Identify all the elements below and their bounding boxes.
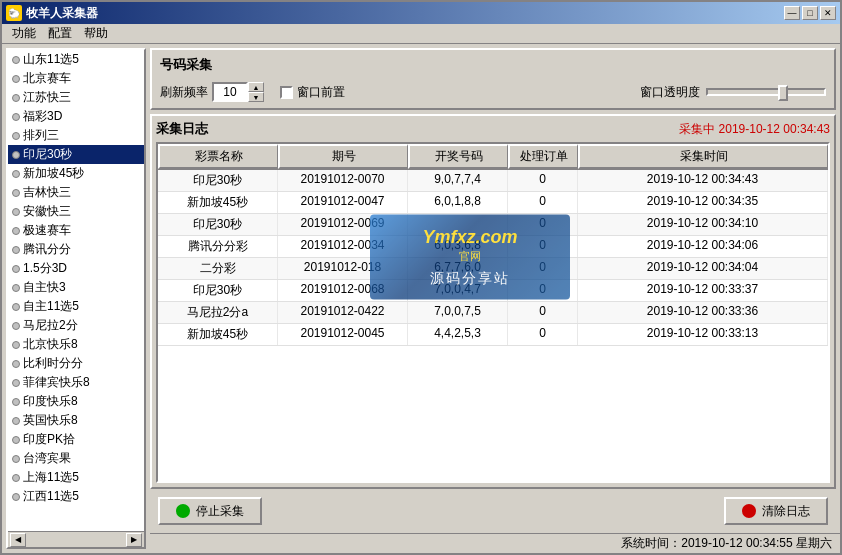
menu-item-functions[interactable]: 功能 (6, 23, 42, 44)
sidebar-item[interactable]: 自主11选5 (8, 297, 144, 316)
sidebar-dot (12, 246, 20, 254)
transparency-group: 窗口透明度 (640, 84, 826, 101)
refresh-rate-input[interactable] (212, 82, 248, 102)
menu-item-config[interactable]: 配置 (42, 23, 78, 44)
sidebar-item-label: 印尼30秒 (23, 146, 72, 163)
collection-header: 号码采集 刷新频率 ▲ ▼ (150, 48, 836, 110)
sidebar-dot (12, 75, 20, 83)
sidebar-item-label: 排列三 (23, 127, 59, 144)
window-front-checkbox[interactable] (280, 86, 293, 99)
table-cell: 腾讯分分彩 (158, 236, 278, 257)
close-button[interactable]: ✕ (820, 6, 836, 20)
col-header-numbers: 开奖号码 (408, 144, 508, 169)
main-content: 山东11选5北京赛车江苏快三福彩3D排列三印尼30秒新加坡45秒吉林快三安徽快三… (2, 44, 840, 553)
table-row: 二分彩20191012-0186,7,7,6,002019-10-12 00:3… (158, 258, 828, 280)
sidebar-dot (12, 341, 20, 349)
refresh-rate-label: 刷新频率 (160, 84, 208, 101)
sidebar-item-label: 福彩3D (23, 108, 62, 125)
sidebar-scroll-left[interactable]: ◀ (10, 533, 26, 547)
menu-bar: 功能 配置 帮助 (2, 24, 840, 44)
sidebar-item[interactable]: 吉林快三 (8, 183, 144, 202)
log-title: 采集日志 (156, 120, 208, 138)
sidebar-item[interactable]: 极速赛车 (8, 221, 144, 240)
sidebar-bottom: ◀ ▶ (8, 531, 144, 547)
sidebar-item-label: 英国快乐8 (23, 412, 78, 429)
table-cell: 6,0,1,8,8 (408, 192, 508, 213)
table-cell: 20191012-0047 (278, 192, 408, 213)
app-icon: 🐑 (6, 5, 22, 21)
table-cell: 20191012-0422 (278, 302, 408, 323)
transparency-slider-track[interactable] (706, 88, 826, 96)
sidebar-item[interactable]: 腾讯分分 (8, 240, 144, 259)
sidebar-item[interactable]: 新加坡45秒 (8, 164, 144, 183)
menu-item-help[interactable]: 帮助 (78, 23, 114, 44)
stop-btn-label: 停止采集 (196, 503, 244, 520)
sidebar-item[interactable]: 福彩3D (8, 107, 144, 126)
sidebar-item-label: 极速赛车 (23, 222, 71, 239)
sidebar-item-label: 菲律宾快乐8 (23, 374, 90, 391)
table-cell: 2019-10-12 00:34:10 (578, 214, 828, 235)
sidebar-item-label: 安徽快三 (23, 203, 71, 220)
table-cell: 2019-10-12 00:34:06 (578, 236, 828, 257)
table-cell: 0 (508, 192, 578, 213)
sidebar-item-label: 马尼拉2分 (23, 317, 78, 334)
table-cell: 20191012-018 (278, 258, 408, 279)
maximize-button[interactable]: □ (802, 6, 818, 20)
title-controls: — □ ✕ (784, 6, 836, 20)
sidebar-item[interactable]: 山东11选5 (8, 50, 144, 69)
minimize-button[interactable]: — (784, 6, 800, 20)
log-status: 采集中 2019-10-12 00:34:43 (679, 121, 830, 138)
table-body: 印尼30秒20191012-00709,0,7,7,402019-10-12 0… (158, 170, 828, 481)
table-cell: 20191012-0070 (278, 170, 408, 191)
sidebar-item[interactable]: 印度快乐8 (8, 392, 144, 411)
log-section: 采集日志 采集中 2019-10-12 00:34:43 彩票名称 期号 开奖号… (150, 114, 836, 489)
table-cell: 20191012-0045 (278, 324, 408, 345)
sidebar-item[interactable]: 印度PK拾 (8, 430, 144, 449)
sidebar-dot (12, 94, 20, 102)
col-header-order: 处理订单 (508, 144, 578, 169)
sidebar-item-label: 印度PK拾 (23, 431, 75, 448)
sidebar-item[interactable]: 马尼拉2分 (8, 316, 144, 335)
sidebar-item[interactable]: 北京快乐8 (8, 335, 144, 354)
sidebar-item-label: 台湾宾果 (23, 450, 71, 467)
sidebar-item[interactable]: 安徽快三 (8, 202, 144, 221)
spinner-container: ▲ ▼ (212, 82, 264, 102)
sidebar-item[interactable]: 上海11选5 (8, 468, 144, 487)
sidebar-scroll-right[interactable]: ▶ (126, 533, 142, 547)
sidebar-item[interactable]: 江苏快三 (8, 88, 144, 107)
sidebar-dot (12, 493, 20, 501)
table-cell: 印尼30秒 (158, 170, 278, 191)
table-row: 印尼30秒20191012-00687,0,0,4,702019-10-12 0… (158, 280, 828, 302)
sidebar-item-label: 江苏快三 (23, 89, 71, 106)
sidebar-item-label: 印度快乐8 (23, 393, 78, 410)
sidebar-item[interactable]: 比利时分分 (8, 354, 144, 373)
table-cell: 2019-10-12 00:33:13 (578, 324, 828, 345)
sidebar-item[interactable]: 台湾宾果 (8, 449, 144, 468)
table-cell: 新加坡45秒 (158, 192, 278, 213)
spinner-down[interactable]: ▼ (248, 92, 264, 102)
sidebar-item[interactable]: 江西11选5 (8, 487, 144, 506)
table-header: 彩票名称 期号 开奖号码 处理订单 采集时间 (158, 144, 828, 170)
stop-collection-button[interactable]: 停止采集 (158, 497, 262, 525)
control-row: 刷新频率 ▲ ▼ 窗口前置 (160, 82, 826, 102)
sidebar-item[interactable]: 1.5分3D (8, 259, 144, 278)
sidebar-dot (12, 474, 20, 482)
table-cell: 20191012-0068 (278, 280, 408, 301)
transparency-slider-thumb[interactable] (778, 85, 788, 101)
title-bar: 🐑 牧羊人采集器 — □ ✕ (2, 2, 840, 24)
sidebar-item[interactable]: 英国快乐8 (8, 411, 144, 430)
table-cell: 6,0,3,6,8 (408, 236, 508, 257)
sidebar-item[interactable]: 北京赛车 (8, 69, 144, 88)
table-row: 印尼30秒20191012-006902019-10-12 00:34:10 (158, 214, 828, 236)
sidebar-item[interactable]: 排列三 (8, 126, 144, 145)
col-header-time: 采集时间 (578, 144, 828, 169)
sidebar-list[interactable]: 山东11选5北京赛车江苏快三福彩3D排列三印尼30秒新加坡45秒吉林快三安徽快三… (8, 50, 144, 531)
clear-log-button[interactable]: 清除日志 (724, 497, 828, 525)
sidebar-item-label: 新加坡45秒 (23, 165, 84, 182)
sidebar-item-label: 北京快乐8 (23, 336, 78, 353)
sidebar-item[interactable]: 自主快3 (8, 278, 144, 297)
spinner-up[interactable]: ▲ (248, 82, 264, 92)
sidebar-dot (12, 436, 20, 444)
sidebar-item[interactable]: 印尼30秒 (8, 145, 144, 164)
sidebar-item[interactable]: 菲律宾快乐8 (8, 373, 144, 392)
